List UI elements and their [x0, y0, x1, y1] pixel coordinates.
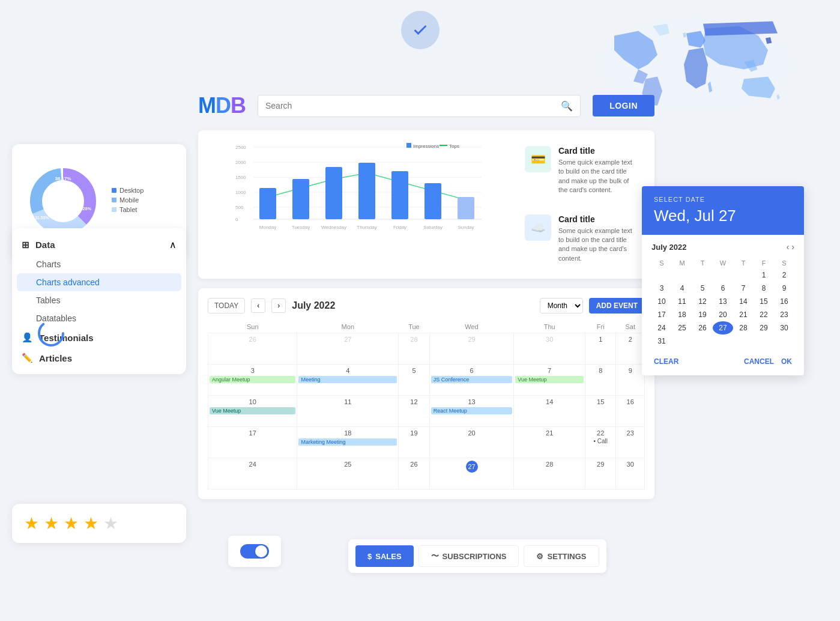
table-row[interactable]: 19 — [399, 427, 429, 458]
calendar-today-button[interactable]: TODAY — [208, 298, 245, 314]
table-row[interactable]: 3 Angular Meetup — [208, 365, 297, 396]
star-3[interactable]: ★ — [64, 513, 79, 533]
list-item[interactable] — [774, 335, 794, 348]
list-item[interactable]: 2 — [774, 268, 794, 282]
list-item[interactable] — [672, 268, 692, 282]
table-row[interactable]: 28 — [399, 333, 429, 365]
list-item[interactable]: 17 — [651, 308, 672, 321]
table-row[interactable]: 27 — [297, 333, 399, 365]
table-row[interactable]: 30 — [514, 333, 585, 365]
sidebar-item-charts-advanced[interactable]: Charts advanced — [17, 273, 181, 291]
list-item[interactable]: 9 — [774, 282, 794, 295]
list-item[interactable]: 31 — [651, 335, 672, 348]
datepicker-ok-button[interactable]: OK — [781, 357, 792, 366]
list-item[interactable]: 28 — [733, 321, 754, 335]
list-item[interactable]: 26 — [692, 321, 713, 335]
list-item[interactable]: 30 — [774, 321, 794, 335]
table-row[interactable]: 11 — [297, 396, 399, 427]
list-item[interactable] — [713, 268, 733, 282]
table-row[interactable]: 7 Vue Meetup — [514, 365, 585, 396]
table-row[interactable]: 28 — [514, 458, 585, 489]
table-row[interactable]: 15 — [585, 396, 616, 427]
list-item[interactable]: 13 — [713, 295, 733, 308]
table-row[interactable]: 25 — [297, 458, 399, 489]
tab-subscriptions[interactable]: 〜 SUBSCRIPTIONS — [418, 545, 519, 567]
list-item[interactable]: 16 — [774, 295, 794, 308]
table-row[interactable]: 4 Meeting — [297, 365, 399, 396]
list-item[interactable]: 6 — [713, 282, 733, 295]
table-row[interactable]: 27 — [429, 458, 514, 489]
add-event-button[interactable]: ADD EVENT — [589, 298, 645, 314]
list-item[interactable] — [733, 268, 754, 282]
list-item[interactable]: 24 — [651, 321, 672, 335]
table-row[interactable]: 2 — [616, 333, 645, 365]
table-row[interactable]: 1 — [585, 333, 616, 365]
table-row[interactable]: 20 — [429, 427, 514, 458]
list-item[interactable]: 11 — [672, 295, 692, 308]
datepicker-cancel-button[interactable]: CANCEL — [744, 357, 774, 366]
star-5[interactable]: ★ — [103, 513, 118, 533]
tab-sales[interactable]: $ SALES — [355, 545, 414, 567]
calendar-view-select[interactable]: Month — [540, 298, 583, 314]
search-input[interactable] — [265, 101, 556, 111]
table-row[interactable]: 9 — [616, 365, 645, 396]
star-4[interactable]: ★ — [83, 513, 98, 533]
list-item[interactable] — [692, 335, 713, 348]
list-item[interactable] — [672, 335, 692, 348]
calendar-prev-button[interactable]: ‹ — [251, 298, 265, 313]
list-item[interactable]: 4 — [672, 282, 692, 295]
table-row[interactable]: 18 Marketing Meeting — [297, 427, 399, 458]
datepicker-prev-button[interactable]: ‹ — [787, 242, 790, 252]
table-row[interactable]: 13 React Meetup — [429, 396, 514, 427]
list-item[interactable]: 25 — [672, 321, 692, 335]
list-item[interactable]: 1 — [754, 268, 774, 282]
list-item[interactable] — [754, 335, 774, 348]
list-item[interactable]: 27 — [713, 321, 733, 335]
table-row[interactable]: 29 — [429, 333, 514, 365]
login-button[interactable]: LOGIN — [593, 95, 654, 117]
table-row[interactable]: 6 JS Conference — [429, 365, 514, 396]
list-item[interactable] — [733, 335, 754, 348]
table-row[interactable]: 30 — [616, 458, 645, 489]
calendar-next-button[interactable]: › — [271, 298, 286, 313]
table-row[interactable]: 5 — [399, 365, 429, 396]
list-item[interactable]: 29 — [754, 321, 774, 335]
sidebar-item-charts[interactable]: Charts — [12, 255, 186, 273]
list-item[interactable]: 18 — [672, 308, 692, 321]
list-item[interactable]: 14 — [733, 295, 754, 308]
star-2[interactable]: ★ — [44, 513, 59, 533]
datepicker-clear-button[interactable]: CLEAR — [654, 357, 678, 366]
list-item[interactable]: 19 — [692, 308, 713, 321]
sidebar-data-section[interactable]: ⊞ Data ∧ — [12, 234, 186, 255]
sidebar-articles-section[interactable]: ✏️ Articles — [12, 348, 186, 368]
list-item[interactable]: 21 — [733, 308, 754, 321]
table-row[interactable]: 24 — [208, 458, 297, 489]
list-item[interactable]: 8 — [754, 282, 774, 295]
list-item[interactable]: 3 — [651, 282, 672, 295]
table-row[interactable]: 26 — [399, 458, 429, 489]
table-row[interactable]: 16 — [616, 396, 645, 427]
star-1[interactable]: ★ — [24, 513, 39, 533]
table-row[interactable]: 26 — [208, 333, 297, 365]
table-row[interactable]: 22 • Call — [585, 427, 616, 458]
table-row[interactable]: 17 — [208, 427, 297, 458]
list-item[interactable] — [713, 335, 733, 348]
list-item[interactable]: 5 — [692, 282, 713, 295]
table-row[interactable]: 10 Vue Meetup — [208, 396, 297, 427]
toggle-switch[interactable] — [240, 544, 269, 559]
tab-settings[interactable]: ⚙ SETTINGS — [524, 545, 599, 567]
list-item[interactable] — [692, 268, 713, 282]
datepicker-next-button[interactable]: › — [791, 242, 794, 252]
table-row[interactable]: 23 — [616, 427, 645, 458]
table-row[interactable]: 29 — [585, 458, 616, 489]
table-row[interactable]: 21 — [514, 427, 585, 458]
sidebar-item-tables[interactable]: Tables — [12, 291, 186, 309]
table-row[interactable]: 12 — [399, 396, 429, 427]
list-item[interactable]: 7 — [733, 282, 754, 295]
list-item[interactable]: 22 — [754, 308, 774, 321]
table-row[interactable]: 8 — [585, 365, 616, 396]
list-item[interactable]: 20 — [713, 308, 733, 321]
list-item[interactable]: 10 — [651, 295, 672, 308]
list-item[interactable]: 15 — [754, 295, 774, 308]
list-item[interactable]: 23 — [774, 308, 794, 321]
